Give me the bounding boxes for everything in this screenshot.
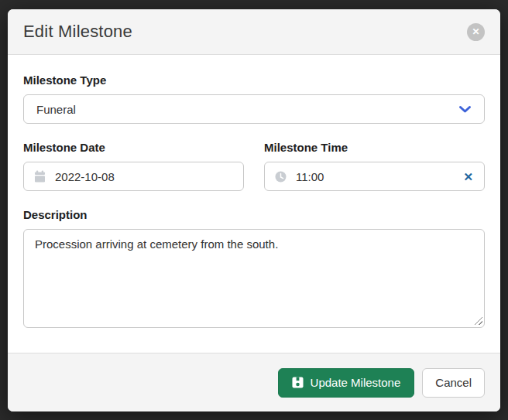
modal-body: Milestone Type Funeral Milestone Date [8, 55, 500, 353]
clear-icon: ✕ [463, 170, 473, 183]
milestone-type-select[interactable]: Funeral [23, 94, 485, 124]
milestone-date-field-group: Milestone Date [23, 141, 244, 191]
chevron-down-icon [458, 105, 472, 114]
date-time-row: Milestone Date [23, 141, 485, 191]
update-milestone-button[interactable]: Update Milestone [278, 368, 415, 398]
description-textarea[interactable]: Procession arriving at cemetery from the… [23, 229, 485, 328]
modal-header: Edit Milestone ✕ [8, 9, 500, 55]
milestone-type-label: Milestone Type [23, 73, 485, 87]
milestone-date-input[interactable] [55, 170, 233, 183]
description-label: Description [23, 208, 485, 221]
milestone-time-input[interactable] [296, 170, 453, 183]
milestone-type-value: Funeral [36, 103, 76, 116]
milestone-date-field[interactable] [23, 162, 244, 191]
cancel-button[interactable]: Cancel [422, 368, 485, 398]
modal-footer: Update Milestone Cancel [8, 353, 500, 411]
close-button[interactable]: ✕ [467, 23, 485, 41]
milestone-time-field-group: Milestone Time ✕ [264, 141, 485, 191]
update-milestone-label: Update Milestone [311, 376, 401, 389]
description-field: Procession arriving at cemetery from the… [23, 229, 485, 328]
calendar-icon [34, 170, 46, 183]
milestone-date-label: Milestone Date [23, 141, 244, 154]
save-icon [292, 377, 304, 388]
clock-icon [275, 171, 287, 183]
milestone-time-label: Milestone Time [264, 141, 485, 154]
milestone-time-field[interactable]: ✕ [264, 162, 485, 191]
edit-milestone-modal: Edit Milestone ✕ Milestone Type Funeral … [8, 9, 500, 411]
close-icon: ✕ [472, 27, 479, 36]
modal-title: Edit Milestone [23, 22, 132, 42]
clear-time-button[interactable]: ✕ [462, 171, 474, 183]
